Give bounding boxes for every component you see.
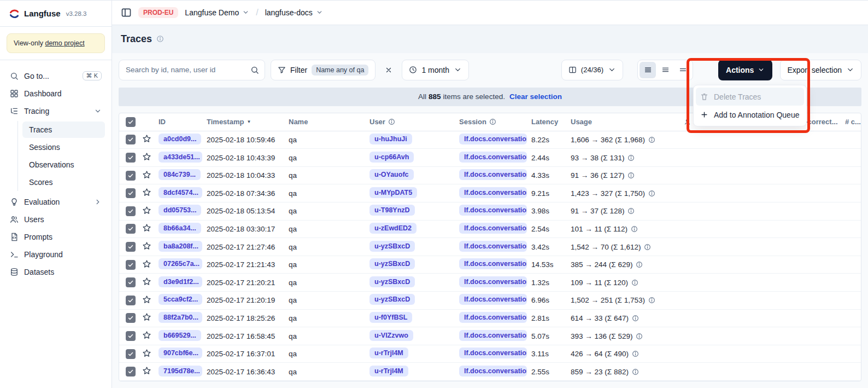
trace-id-badge[interactable]: 7195d78e... xyxy=(159,366,202,377)
session-badge[interactable]: lf.docs.conversation... xyxy=(459,169,527,180)
session-badge[interactable]: lf.docs.conversation... xyxy=(459,348,527,358)
session-badge[interactable]: lf.docs.conversation... xyxy=(459,294,527,305)
sidebar-item-prompts[interactable]: Prompts xyxy=(7,228,105,246)
clear-filter-button[interactable] xyxy=(381,62,396,78)
row-checkbox[interactable] xyxy=(126,349,136,359)
star-icon[interactable] xyxy=(142,170,151,179)
select-all-checkbox[interactable] xyxy=(126,117,136,127)
time-range-button[interactable]: 1 month xyxy=(402,60,469,80)
user-badge[interactable]: u-yzSBxcD xyxy=(370,241,415,252)
star-icon[interactable] xyxy=(142,188,151,197)
column-header-session[interactable]: Session xyxy=(459,118,531,126)
sidebar-item-playground[interactable]: Playground xyxy=(7,246,105,263)
trace-id-badge[interactable]: 907cbf6e... xyxy=(159,348,202,358)
column-header-c[interactable]: # c... xyxy=(845,118,861,126)
column-header-name[interactable]: Name xyxy=(289,118,370,126)
user-badge[interactable]: u-OYauofc xyxy=(370,169,414,180)
row-checkbox[interactable] xyxy=(126,224,136,234)
org-breadcrumb[interactable]: Langfuse Demo xyxy=(185,8,249,17)
session-badge[interactable]: lf.docs.conversation... xyxy=(459,276,527,287)
row-checkbox[interactable] xyxy=(126,296,136,305)
user-badge[interactable]: u-yzSBxcD xyxy=(370,294,415,305)
user-badge[interactable]: u-rTrjl4M xyxy=(370,366,408,377)
session-badge[interactable]: lf.docs.conversation... xyxy=(459,134,527,144)
search-icon[interactable] xyxy=(245,60,265,80)
trace-id-badge[interactable]: 8dcf4574... xyxy=(159,187,202,198)
session-badge[interactable]: lf.docs.conversation... xyxy=(459,187,527,198)
session-badge[interactable]: lf.docs.conversation... xyxy=(459,258,527,269)
clear-selection-link[interactable]: Clear selection xyxy=(509,92,562,101)
star-icon[interactable] xyxy=(142,152,151,161)
sidebar-toggle-icon[interactable] xyxy=(121,7,132,18)
user-badge[interactable]: u-rTrjl4M xyxy=(370,348,408,358)
sidebar-item-dashboard[interactable]: Dashboard xyxy=(7,85,105,102)
star-icon[interactable] xyxy=(142,331,151,340)
menu-item-add-to-annotation-queue[interactable]: Add to Annotation Queue xyxy=(696,106,804,124)
user-badge[interactable]: u-huJhuJi xyxy=(370,134,412,144)
trace-id-badge[interactable]: a433de51... xyxy=(159,152,202,163)
row-checkbox[interactable] xyxy=(126,331,136,341)
user-badge[interactable]: u-yzSBxcD xyxy=(370,276,415,287)
demo-project-link[interactable]: demo project xyxy=(45,39,84,47)
row-checkbox[interactable] xyxy=(126,313,136,323)
star-icon[interactable] xyxy=(142,349,151,358)
session-badge[interactable]: lf.docs.conversation... xyxy=(459,366,527,377)
star-icon[interactable] xyxy=(142,223,151,233)
trace-id-badge[interactable]: d3e9d1f2... xyxy=(159,276,202,287)
row-checkbox[interactable] xyxy=(126,135,136,144)
sidebar-item-datasets[interactable]: Datasets xyxy=(7,263,105,281)
user-badge[interactable]: u-yzSBxcD xyxy=(370,258,415,269)
user-badge[interactable]: u-f0YfBSL xyxy=(370,312,412,323)
star-icon[interactable] xyxy=(142,206,151,215)
session-badge[interactable]: lf.docs.conversation... xyxy=(459,312,527,323)
session-badge[interactable]: lf.docs.conversation... xyxy=(459,330,527,341)
user-badge[interactable]: u-T98YnzD xyxy=(370,205,415,216)
sidebar-item-sessions[interactable]: Sessions xyxy=(22,139,105,155)
sidebar-item-users[interactable]: Users xyxy=(7,211,105,228)
column-header-timestamp[interactable]: Timestamp▼ xyxy=(207,118,289,126)
session-badge[interactable]: lf.docs.conversation... xyxy=(459,223,527,234)
row-checkbox[interactable] xyxy=(126,153,136,163)
trace-id-badge[interactable]: 07265c7a... xyxy=(159,258,202,269)
column-header-user[interactable]: User xyxy=(370,118,459,126)
trace-id-badge[interactable]: 8b66a34... xyxy=(159,223,201,234)
trace-id-badge[interactable]: 88f2a7b0... xyxy=(159,312,202,323)
user-badge[interactable]: u-MYpDAT5 xyxy=(370,187,417,198)
search-input[interactable] xyxy=(119,66,245,74)
star-icon[interactable] xyxy=(142,312,151,322)
star-icon[interactable] xyxy=(142,241,151,251)
star-icon[interactable] xyxy=(142,277,151,286)
sidebar-item-scores[interactable]: Scores xyxy=(22,174,105,190)
row-checkbox[interactable] xyxy=(126,260,136,270)
sidebar-item-observations[interactable]: Observations xyxy=(22,157,105,173)
trace-id-badge[interactable]: a0cd0d9... xyxy=(159,134,201,144)
sidebar-item-go-to[interactable]: Go to...⌘ K xyxy=(7,67,105,85)
user-badge[interactable]: u-cp66Avh xyxy=(370,152,414,163)
star-icon[interactable] xyxy=(142,134,151,143)
row-checkbox[interactable] xyxy=(126,206,136,216)
row-height-large-button[interactable] xyxy=(675,62,691,78)
session-badge[interactable]: lf.docs.conversation... xyxy=(459,205,527,216)
sidebar-item-tracing[interactable]: Tracing xyxy=(7,102,105,120)
session-badge[interactable]: lf.docs.conversation... xyxy=(459,241,527,252)
trace-id-badge[interactable]: 084c739... xyxy=(159,169,201,180)
column-header-latency[interactable]: Latency xyxy=(531,118,571,126)
column-visibility-button[interactable]: (24/36) xyxy=(561,60,623,80)
export-selection-button[interactable]: Export selection xyxy=(780,60,861,80)
row-height-small-button[interactable] xyxy=(640,62,656,78)
user-badge[interactable]: u-VIZzvwo xyxy=(370,330,413,341)
row-checkbox[interactable] xyxy=(126,367,136,377)
column-header-id[interactable]: ID xyxy=(159,118,207,126)
trace-id-badge[interactable]: b669529... xyxy=(159,330,201,341)
row-checkbox[interactable] xyxy=(126,277,136,287)
star-icon[interactable] xyxy=(142,259,151,269)
trace-id-badge[interactable]: 5cca9cf2... xyxy=(159,294,202,305)
row-checkbox[interactable] xyxy=(126,188,136,198)
column-header-usage[interactable]: Usage xyxy=(571,118,684,126)
row-height-medium-button[interactable] xyxy=(657,62,673,78)
sidebar-item-traces[interactable]: Traces xyxy=(22,121,105,138)
star-icon[interactable] xyxy=(142,295,151,304)
star-icon[interactable] xyxy=(142,366,151,375)
project-breadcrumb[interactable]: langfuse-docs xyxy=(265,8,323,17)
trace-id-badge[interactable]: ba8a208f... xyxy=(159,241,202,252)
